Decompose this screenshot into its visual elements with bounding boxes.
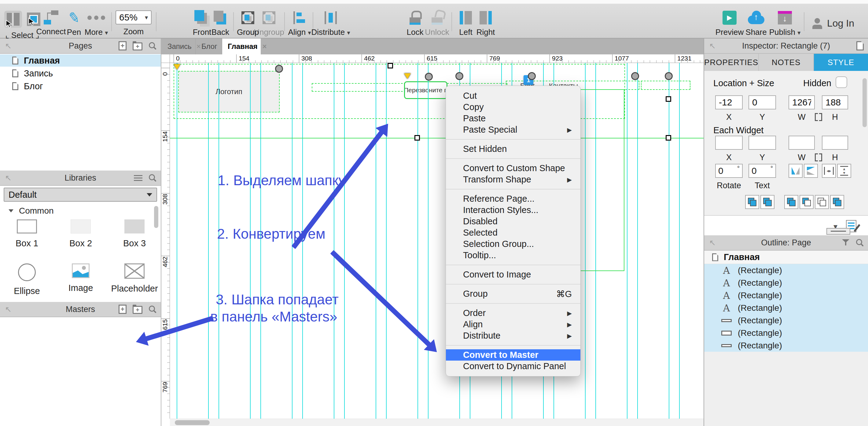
connector-dot[interactable] (631, 72, 639, 80)
outline-item-rectangle[interactable]: A(Rectangle) (704, 277, 868, 289)
zoom-select[interactable]: 65% ▾ (116, 10, 152, 25)
align-option-button[interactable] (800, 195, 814, 209)
h-input[interactable] (822, 95, 848, 110)
widget-box1[interactable]: Box 1 (0, 219, 54, 248)
front-button[interactable]: Front (192, 10, 212, 37)
menu-item-paste-special[interactable]: Paste Special▶ (446, 124, 580, 135)
outline-item-rectangle[interactable]: (Rectangle) (704, 314, 868, 327)
spacing-horizontal-button[interactable] (822, 164, 836, 178)
outline-item-rectangle[interactable]: (Rectangle) (704, 339, 868, 352)
hidden-checkbox[interactable] (836, 77, 847, 88)
menu-item-reference-page[interactable]: Reference Page... (446, 193, 580, 205)
search-outline-icon[interactable] (856, 239, 864, 247)
libraries-menu-icon[interactable] (134, 175, 143, 181)
selection-handle[interactable] (388, 63, 393, 68)
distribute-button[interactable]: Distribute ▾ (315, 10, 346, 37)
outline-page-row[interactable]: Главная (704, 251, 868, 264)
selection-handle[interactable] (666, 135, 671, 141)
menu-item-copy[interactable]: Copy (446, 101, 580, 113)
canvas-horizontal-scrollbar[interactable] (170, 419, 704, 426)
back-button[interactable]: Back (210, 10, 230, 37)
x-input[interactable] (715, 95, 743, 110)
collapse-libraries-icon[interactable]: ↖ (5, 173, 11, 183)
menu-item-group[interactable]: Group⌘G (446, 288, 580, 300)
outline-item-rectangle[interactable]: A(Rectangle) (704, 264, 868, 277)
collapse-outline-icon[interactable]: ↖ (709, 238, 716, 247)
menu-item-paste[interactable]: Paste (446, 113, 580, 124)
inspector-page-icon[interactable] (857, 41, 864, 51)
widget-box2[interactable]: Box 2 (54, 219, 107, 248)
scrollbar-thumb[interactable] (175, 420, 210, 425)
menu-item-align[interactable]: Align▶ (446, 319, 580, 330)
add-page-icon[interactable] (119, 41, 127, 51)
menu-item-disabled[interactable]: Disabled (446, 216, 580, 227)
library-section-common[interactable]: Common (8, 206, 54, 216)
menu-item-order[interactable]: Order▶ (446, 307, 580, 319)
align-option-button[interactable] (830, 195, 844, 209)
search-pages-icon[interactable] (149, 42, 156, 50)
menu-item-convert-to-image[interactable]: Convert to Image (446, 269, 580, 280)
preview-button[interactable]: Preview (715, 10, 744, 37)
add-folder-icon[interactable] (133, 42, 143, 51)
menu-item-set-hidden[interactable]: Set Hidden (446, 143, 580, 155)
outline-item-rectangle[interactable]: A(Rectangle) (704, 289, 868, 302)
tab-style[interactable]: STYLE (814, 54, 868, 71)
each-w-input[interactable] (788, 136, 815, 150)
lock-button[interactable]: Lock (406, 10, 424, 37)
rotate-input[interactable]: 0° (715, 164, 743, 178)
menu-item-selected[interactable]: Selected (446, 227, 580, 238)
connector-dot[interactable] (665, 72, 673, 80)
outline-item-rectangle[interactable]: A(Rectangle) (704, 302, 868, 314)
menu-item-tooltip[interactable]: Tooltip... (446, 250, 580, 261)
tab-notes[interactable]: NOTES (759, 54, 814, 71)
tab-blog[interactable]: Блог× (196, 38, 222, 54)
login-button[interactable]: Log In (812, 18, 854, 29)
collapse-masters-icon[interactable]: ↖ (5, 305, 11, 314)
share-button[interactable]: Share (743, 10, 769, 37)
connector-dot[interactable] (275, 65, 283, 73)
outline-item-rectangle[interactable]: (Rectangle) (704, 327, 868, 339)
selection-handle[interactable] (666, 96, 671, 102)
add-master-folder-icon[interactable] (133, 306, 143, 314)
each-x-input[interactable] (715, 136, 743, 150)
page-item-zapis[interactable]: Запись (0, 67, 161, 80)
tab-zapis[interactable]: Запись× (162, 38, 196, 54)
connect-button[interactable]: Connect (37, 10, 65, 36)
align-option-button[interactable] (815, 195, 829, 209)
each-h-input[interactable] (822, 136, 848, 150)
pen-button[interactable]: Pen (65, 10, 83, 37)
search-masters-icon[interactable] (149, 305, 156, 313)
widget-ellipse[interactable]: Ellipse (0, 264, 54, 296)
menu-item-distribute[interactable]: Distribute▶ (446, 330, 580, 341)
menu-item-transform-shape[interactable]: Transform Shape▶ (446, 174, 580, 185)
w-input[interactable] (788, 95, 815, 110)
tab-glavnaya[interactable]: Главная× (222, 38, 261, 54)
align-button[interactable]: Align ▾ (288, 10, 311, 37)
menu-item-interaction-styles[interactable]: Interaction Styles... (446, 205, 580, 216)
selection-handle[interactable] (414, 135, 420, 141)
y-input[interactable] (748, 95, 776, 110)
libraries-scrollbar[interactable] (154, 206, 158, 228)
collapse-inspector-icon[interactable]: ↖ (709, 41, 716, 51)
widget-image[interactable]: Image (54, 264, 107, 293)
menu-item-cut[interactable]: Cut (446, 90, 580, 101)
each-y-input[interactable] (748, 136, 776, 150)
inspector-scrollbar[interactable] (863, 78, 867, 127)
filter-outline-icon[interactable] (842, 239, 850, 247)
add-master-icon[interactable] (119, 305, 127, 314)
menu-item-convert-to-master[interactable]: Convert to Master (446, 349, 580, 361)
select-intersect-button[interactable] (4, 11, 22, 28)
page-item-blog[interactable]: Блог (0, 80, 161, 92)
partial-button[interactable] (827, 228, 850, 235)
flip-vertical-button[interactable] (804, 164, 818, 178)
connector-dot[interactable] (425, 73, 433, 81)
widget-placeholder[interactable]: Placeholder (107, 264, 161, 294)
link-wh-icon[interactable] (815, 153, 822, 159)
library-select[interactable]: Default (4, 188, 157, 202)
page-item-glavnaya[interactable]: Главная (0, 54, 161, 67)
align-right-button[interactable]: Right (475, 10, 496, 37)
connector-dot[interactable] (528, 72, 536, 80)
spacing-vertical-button[interactable] (837, 164, 851, 178)
menu-item-convert-to-dynamic-panel[interactable]: Convert to Dynamic Panel (446, 361, 580, 372)
search-libraries-icon[interactable] (149, 174, 156, 182)
